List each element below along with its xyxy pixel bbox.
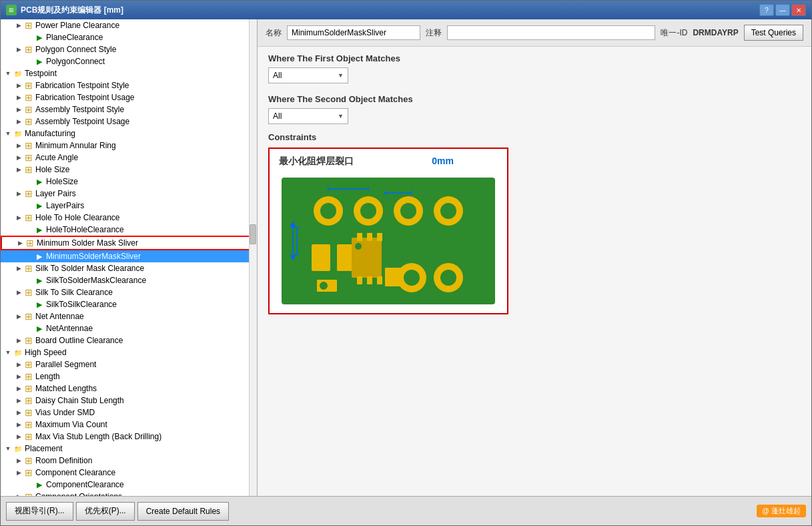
expand-arrow[interactable]: ▶ <box>14 153 23 162</box>
priority-button[interactable]: 优先权(P)... <box>76 502 135 521</box>
tree-item-room-definition[interactable]: ▶⊞Room Definition <box>1 455 257 467</box>
expand-arrow[interactable]: ▼ <box>3 444 13 453</box>
tree-item-parallel-segment[interactable]: ▶⊞Parallel Segment <box>1 358 257 370</box>
expand-arrow[interactable]: ▶ <box>15 238 25 248</box>
expand-arrow[interactable]: ▶ <box>14 117 23 126</box>
tree-item-matched-lengths[interactable]: ▶⊞Matched Lengths <box>1 382 257 394</box>
tree-item-acute-angle[interactable]: ▶⊞Acute Angle <box>1 152 257 164</box>
expand-arrow[interactable]: ▶ <box>14 432 23 441</box>
expand-arrow[interactable]: ▶ <box>14 45 23 54</box>
tree-node-icon: ⊞ <box>23 359 34 370</box>
expand-arrow[interactable]: ▶ <box>14 468 23 477</box>
expand-arrow[interactable]: ▶ <box>14 396 23 405</box>
expand-arrow[interactable] <box>25 300 34 309</box>
expand-arrow[interactable]: ▶ <box>14 81 23 90</box>
test-queries-button[interactable]: Test Queries <box>744 25 803 41</box>
where-second-dropdown[interactable]: All ▼ <box>268 108 348 124</box>
rule-icon: ▶ <box>37 300 42 309</box>
close-button[interactable]: ✕ <box>791 4 806 16</box>
rule-name-input[interactable] <box>287 25 420 40</box>
tree-item-silk-to-solder-mask[interactable]: ▶⊞Silk To Solder Mask Clearance <box>1 262 257 274</box>
expand-arrow[interactable]: ▼ <box>3 348 13 357</box>
tree-item-plane-clearance[interactable]: ▶PlaneClearance <box>1 31 257 43</box>
expand-arrow[interactable]: ▶ <box>14 93 23 102</box>
expand-arrow[interactable]: ▶ <box>14 492 23 496</box>
expand-arrow[interactable]: ▶ <box>14 312 23 321</box>
expand-arrow[interactable]: ▼ <box>3 69 13 78</box>
expand-arrow[interactable]: ▶ <box>14 165 23 174</box>
tree-node-label: Placement <box>25 444 63 453</box>
tree-item-length[interactable]: ▶⊞Length <box>1 370 257 382</box>
tree-item-asm-testpoint-style[interactable]: ▶⊞Assembly Testpoint Style <box>1 103 257 115</box>
expand-arrow[interactable] <box>25 480 34 489</box>
tree-item-daisy-chain-stub[interactable]: ▶⊞Daisy Chain Stub Length <box>1 394 257 407</box>
minimize-button[interactable]: — <box>775 4 790 16</box>
tree-scrollbar[interactable] <box>249 19 257 496</box>
expand-arrow[interactable]: ▶ <box>14 336 23 345</box>
scrollbar-thumb[interactable] <box>250 224 256 244</box>
tree-item-fab-testpoint-usage[interactable]: ▶⊞Fabrication Testpoint Usage <box>1 91 257 103</box>
expand-arrow[interactable]: ▶ <box>14 213 23 222</box>
expand-arrow[interactable]: ▶ <box>14 360 23 369</box>
tree-item-placement[interactable]: ▼📁Placement <box>1 443 257 455</box>
tree-item-vias-under-smd[interactable]: ▶⊞Vias Under SMD <box>1 407 257 419</box>
tree-item-min-solder-mask-sliver[interactable]: ▶⊞Minimum Solder Mask Sliver <box>1 236 257 250</box>
tree-item-manufacturing[interactable]: ▼📁Manufacturing <box>1 127 257 140</box>
tree-item-component-orientations[interactable]: ▶⊞Component Orientations <box>1 491 257 496</box>
tree-item-hole-to-hole-clearance[interactable]: ▶⊞Hole To Hole Clearance <box>1 212 257 224</box>
tree-item-netantennae[interactable]: ▶NetAntennae <box>1 322 257 334</box>
folder-icon: 📁 <box>14 70 22 77</box>
tree-item-polygon-connect-style[interactable]: ▶⊞Polygon Connect Style <box>1 43 257 55</box>
group-icon: ⊞ <box>25 20 33 31</box>
expand-arrow[interactable]: ▶ <box>14 264 23 273</box>
expand-arrow[interactable]: ▼ <box>3 129 13 138</box>
tree-item-testpoint[interactable]: ▼📁Testpoint <box>1 67 257 79</box>
expand-arrow[interactable] <box>25 201 34 210</box>
expand-arrow[interactable]: ▶ <box>14 141 23 150</box>
expand-arrow[interactable]: ▶ <box>14 288 23 297</box>
tree-item-max-via-count[interactable]: ▶⊞Maximum Via Count <box>1 419 257 431</box>
expand-arrow[interactable] <box>25 33 34 42</box>
expand-arrow[interactable] <box>25 57 34 66</box>
navigate-button[interactable]: 视图导引(R)... <box>6 502 73 521</box>
expand-arrow[interactable]: ▶ <box>14 189 23 198</box>
tree-item-min-annular-ring[interactable]: ▶⊞Minimum Annular Ring <box>1 140 257 152</box>
expand-arrow[interactable]: ▶ <box>14 372 23 381</box>
tree-item-hole-size[interactable]: ▶⊞Hole Size <box>1 164 257 176</box>
tree-item-componentclearance[interactable]: ▶ComponentClearance <box>1 479 257 491</box>
expand-arrow[interactable]: ▶ <box>14 408 23 417</box>
expand-arrow[interactable]: ▶ <box>14 384 23 393</box>
help-button[interactable]: ? <box>759 4 774 16</box>
expand-arrow[interactable]: ▶ <box>14 105 23 114</box>
tree-item-layer-pairs[interactable]: ▶⊞Layer Pairs <box>1 188 257 200</box>
tree-node-label: Power Plane Clearance <box>35 21 119 30</box>
create-default-button[interactable]: Create Default Rules <box>137 502 229 521</box>
tree-item-net-antennae[interactable]: ▶⊞Net Antennae <box>1 310 257 322</box>
tree-item-silktosilkclearance[interactable]: ▶SilkToSilkClearance <box>1 298 257 310</box>
tree-item-layerpairs[interactable]: ▶LayerPairs <box>1 200 257 212</box>
expand-arrow[interactable] <box>25 177 34 186</box>
expand-arrow[interactable] <box>25 252 34 261</box>
expand-arrow[interactable]: ▶ <box>14 456 23 465</box>
expand-arrow[interactable]: ▶ <box>14 21 23 30</box>
tree-item-holesize[interactable]: ▶HoleSize <box>1 176 257 188</box>
tree-item-board-outline-clearance[interactable]: ▶⊞Board Outline Clearance <box>1 334 257 346</box>
tree-item-polygon-connect[interactable]: ▶PolygonConnect <box>1 55 257 67</box>
expand-arrow[interactable]: ▶ <box>14 420 23 429</box>
tree-item-holetoholeclearance[interactable]: ▶HoleToHoleClearance <box>1 224 257 236</box>
expand-arrow[interactable] <box>25 276 34 285</box>
expand-arrow[interactable] <box>25 324 34 333</box>
tree-item-silktosoldermaskclearance[interactable]: ▶SilkToSolderMaskClearance <box>1 274 257 286</box>
tree-item-fab-testpoint-style[interactable]: ▶⊞Fabrication Testpoint Style <box>1 79 257 91</box>
tree-item-component-clearance[interactable]: ▶⊞Component Clearance <box>1 467 257 479</box>
tree-item-high-speed[interactable]: ▼📁High Speed <box>1 346 257 358</box>
tree-item-max-via-stub[interactable]: ▶⊞Max Via Stub Length (Back Drilling) <box>1 431 257 443</box>
tree-item-silk-to-silk[interactable]: ▶⊞Silk To Silk Clearance <box>1 286 257 298</box>
where-first-dropdown[interactable]: All ▼ <box>268 67 348 83</box>
tree-item-power-plane-clearance[interactable]: ▶⊞Power Plane Clearance <box>1 19 257 31</box>
expand-arrow[interactable] <box>25 225 34 234</box>
tree-item-asm-testpoint-usage[interactable]: ▶⊞Assembly Testpoint Usage <box>1 115 257 127</box>
rule-comment-input[interactable] <box>447 25 655 40</box>
tree-item-minimumsoldermasksliver[interactable]: ▶MinimumSolderMaskSliver <box>1 250 257 262</box>
tree-panel[interactable]: ▶⊞Power Plane Clearance▶PlaneClearance▶⊞… <box>1 19 258 496</box>
